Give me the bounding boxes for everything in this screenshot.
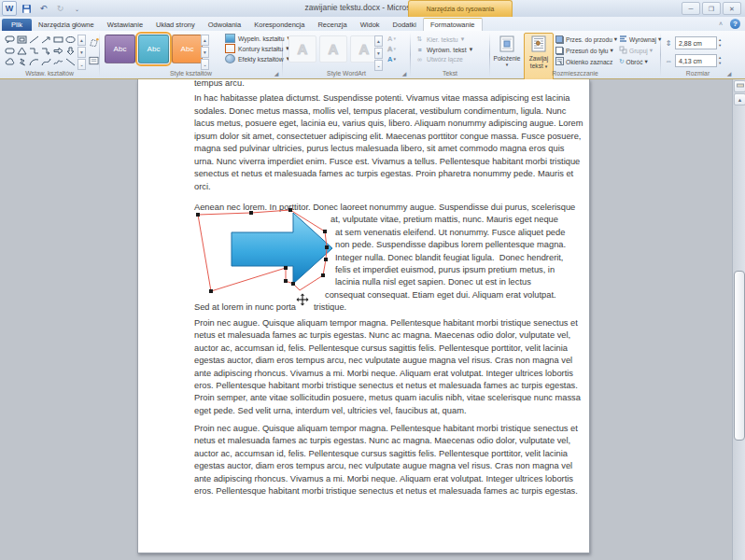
shape-fill-button[interactable]: Wypełn. kształtu▾ [225, 34, 290, 43]
dropdown-icon: ▾ [545, 63, 548, 69]
shape-style-orange[interactable]: Abc [172, 35, 203, 63]
shape-curve-icon[interactable] [40, 57, 51, 67]
styles-more-icon[interactable]: ⌄ [201, 59, 209, 70]
doc-text-line: egestas auctor, diam eros tempus arcu, n… [194, 460, 572, 471]
help-icon[interactable]: ? [730, 19, 740, 29]
shape-block-arrow-right-icon[interactable] [52, 46, 63, 56]
shape-frame-icon[interactable] [16, 35, 27, 45]
draw-text-box-icon[interactable] [88, 52, 100, 68]
doc-text-line: at sem venenatis eleifend. Ut nonummy. F… [335, 227, 565, 238]
arrow-shape[interactable] [232, 213, 332, 284]
group-insert-shapes: ▴ ▾ ⌄ Wstaw. kształtów [0, 31, 99, 78]
group-label: Tekst [411, 70, 489, 77]
scroll-up-icon[interactable]: ▲ [734, 93, 745, 105]
tab-uklad-strony[interactable]: Układ strony [149, 19, 202, 31]
create-link-button[interactable]: ∞ Utwórz łącze [415, 56, 472, 63]
wrap-boundary[interactable] [198, 210, 327, 291]
shape-height-input[interactable]: 2,88 cm [675, 36, 717, 49]
shape-style-purple[interactable]: Abc [105, 35, 135, 63]
text-outline-button[interactable]: A▾ [387, 44, 396, 53]
selection-pane-button[interactable]: Okienko zaznacz [555, 57, 617, 66]
group-size: ⇕ 2,88 cm ▴▾ ⇔ 4,13 cm ▴▾ ◢ Rozmiar [661, 31, 735, 78]
tab-formatowanie[interactable]: Formatowanie [423, 18, 483, 31]
doc-text-line: tempus arcu. [194, 77, 245, 89]
redo-icon[interactable]: ↻ [53, 2, 67, 15]
text-fill-button[interactable]: A▾ [387, 34, 396, 43]
shape-arrow-line-icon[interactable] [40, 35, 51, 45]
text-direction-button[interactable]: ⇅ Kier. tekstu▾ [415, 35, 472, 43]
document-page[interactable]: tempus arcu. In hac habitasse platea dic… [137, 79, 590, 553]
styles-scroll-down-icon[interactable]: ▾ [201, 47, 209, 58]
width-spinner[interactable]: ▴▾ [719, 56, 721, 65]
gallery-scroll-down-icon[interactable]: ▾ [77, 47, 86, 58]
height-spinner[interactable]: ▴▾ [719, 38, 721, 48]
undo-icon[interactable]: ↶ [36, 2, 50, 15]
save-icon[interactable] [20, 2, 34, 15]
minimize-button[interactable]: ─ [682, 2, 700, 15]
shape-line-icon[interactable] [28, 35, 39, 45]
scrollbar-thumb[interactable] [734, 271, 745, 441]
group-button[interactable]: Grupuj▾ [619, 46, 661, 55]
shape-cloud-icon[interactable] [4, 57, 15, 67]
wordart-scroll-down-icon[interactable]: ▾ [374, 48, 383, 59]
align-text-button[interactable]: ≡ Wyrówn. tekst▾ [415, 46, 472, 53]
wrap-point-handles[interactable] [196, 208, 329, 293]
customize-qat-icon[interactable]: ⌄ [70, 2, 84, 15]
wordart-style-1[interactable]: A [288, 35, 316, 63]
restore-button[interactable]: ❐ [702, 2, 721, 15]
send-backward-button[interactable]: Przesuń do tyłu▾ [555, 46, 617, 55]
shape-ellipse-icon[interactable] [64, 35, 76, 45]
title-bar: W ↶ ↻ ⌄ zawijanie tekstu.docx - Microsof… [0, 0, 745, 18]
wordart-style-2[interactable]: A [319, 35, 347, 63]
tab-odwolania[interactable]: Odwołania [202, 19, 247, 31]
tab-dodatki[interactable]: Dodatki [387, 19, 423, 31]
shape-width-input[interactable]: 4,13 cm [675, 54, 717, 67]
gallery-more-icon[interactable]: ⌄ [77, 59, 86, 70]
doc-text-line: Integer nulla. Donec blandit feugiat lig… [335, 252, 563, 263]
dropdown-icon: ▾ [506, 63, 509, 68]
shape-lightning-icon[interactable] [16, 57, 27, 67]
tab-plik[interactable]: Plik [2, 19, 32, 31]
shape-effects-button[interactable]: Efekty kształtów▾ [225, 54, 290, 63]
tab-recenzja[interactable]: Recenzja [311, 19, 353, 31]
rotate-button[interactable]: ↻ Obróć▾ [619, 57, 661, 66]
close-button[interactable]: ✕ [723, 2, 741, 15]
bring-forward-button[interactable]: Przes. do przodu▾ [555, 35, 617, 44]
tab-narzedzia-glowne[interactable]: Narzędzia główne [32, 19, 101, 31]
shape-callout-icon[interactable] [4, 35, 15, 45]
position-icon [499, 35, 515, 52]
text-effects-button[interactable]: A▾ [387, 54, 396, 63]
shape-style-blue-selected[interactable]: Abc [138, 35, 169, 63]
vertical-scrollbar[interactable]: ▲ [732, 79, 745, 560]
shape-scribble-icon[interactable] [52, 57, 63, 67]
shape-block-arrow-down-icon[interactable] [64, 46, 76, 56]
align-button[interactable]: Wyrównaj▾ [619, 35, 661, 44]
shape-rectangle-icon[interactable] [52, 35, 63, 45]
contextual-tab-header: Narzędzia do rysowania [408, 0, 513, 17]
word-logo-icon[interactable]: W [2, 1, 17, 16]
tab-widok[interactable]: Widok [354, 19, 387, 31]
gallery-scroll-up-icon[interactable]: ▴ [77, 35, 86, 46]
quick-access-toolbar: W ↶ ↻ ⌄ [2, 1, 84, 16]
ruler-toggle-icon[interactable] [734, 80, 745, 92]
align-text-icon: ≡ [415, 47, 424, 53]
shape-triangle-icon[interactable] [16, 46, 27, 56]
collapse-ribbon-icon[interactable]: ˄ [716, 20, 725, 28]
tab-wstawianie[interactable]: Wstawianie [101, 19, 149, 31]
styles-scroll-up-icon[interactable]: ▴ [201, 35, 209, 46]
shape-line2-icon[interactable] [64, 57, 76, 67]
shape-elbow-connector-icon[interactable] [28, 46, 39, 56]
shape-rounded-rect-icon[interactable] [4, 46, 15, 56]
doc-text-line: urna. Nunc viverra imperdiet enim. Fusce… [194, 156, 580, 167]
group-objects-icon [619, 46, 627, 55]
doc-text-line: sodales. Donec metus massa, mollis vel, … [194, 105, 566, 117]
shape-arc-icon[interactable] [28, 57, 39, 67]
wordart-scroll-up-icon[interactable]: ▴ [374, 35, 383, 47]
edit-shape-icon[interactable] [88, 35, 100, 50]
tab-korespondencja[interactable]: Korespondencja [247, 19, 311, 31]
shape-outline-button[interactable]: Kontury kształtu▾ [225, 44, 290, 53]
doc-text-line: consequat consequat. Etiam eget dui. Ali… [325, 289, 556, 301]
shape-elbow-arrow-icon[interactable] [40, 46, 51, 56]
doc-text-line: at, vulputate vitae, pretium mattis, nun… [330, 214, 558, 225]
shape-height-icon: ⇕ [664, 39, 673, 48]
